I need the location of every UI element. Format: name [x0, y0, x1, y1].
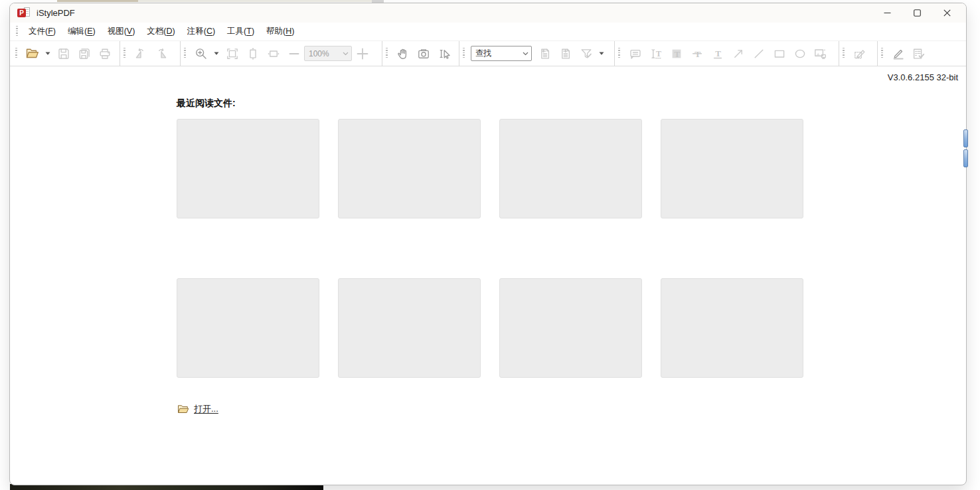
desktop-artifact: [57, 0, 138, 2]
toolbar-grip[interactable]: [386, 48, 388, 59]
fit-page-icon: [226, 47, 239, 60]
toolbar-group-search: [459, 41, 614, 66]
toolbar-group-file: [13, 41, 120, 66]
recent-file-slot: [499, 119, 642, 218]
previous-result-button[interactable]: [535, 44, 554, 63]
rectangle-icon: [773, 47, 786, 60]
open-dropdown-button[interactable]: [43, 44, 52, 63]
funnel-check-icon: [580, 47, 593, 60]
text-select-cursor-icon: [438, 47, 451, 60]
rotate-left-button[interactable]: [131, 44, 150, 63]
insert-text-button[interactable]: T: [646, 44, 665, 63]
note-comment-button[interactable]: [625, 44, 645, 63]
version-label: V3.0.6.2155 32-bit: [888, 72, 958, 82]
close-button[interactable]: [932, 3, 962, 23]
signature-button[interactable]: [850, 44, 869, 63]
toolbar-grip[interactable]: [15, 48, 17, 59]
underline-text-button[interactable]: T: [708, 44, 727, 63]
maximize-icon: [914, 9, 921, 17]
fit-width-button[interactable]: [264, 44, 283, 63]
speech-bubble-icon: [629, 47, 642, 60]
page-arrow-right-icon: [559, 47, 572, 60]
zoom-tool-button[interactable]: [191, 44, 210, 63]
stamp-image-button[interactable]: [811, 44, 830, 63]
filter-dropdown-button[interactable]: [597, 44, 606, 63]
checklist-icon: [912, 47, 926, 60]
line-annotation-button[interactable]: [749, 44, 768, 63]
fit-height-icon: [246, 47, 260, 60]
toolbar-grip[interactable]: [618, 48, 620, 59]
menu-annotate[interactable]: 注释(C): [181, 24, 221, 39]
ellipse-annotation-button[interactable]: [790, 44, 809, 63]
menu-document[interactable]: 文档(D): [141, 24, 181, 39]
fit-page-button[interactable]: [222, 44, 242, 63]
zoom-dropdown-button[interactable]: [212, 44, 221, 63]
underline-T-icon: T: [711, 47, 724, 60]
toolbar-grip[interactable]: [881, 48, 883, 59]
menu-view[interactable]: 视图(V): [102, 24, 141, 39]
pencil-icon: [892, 47, 905, 60]
svg-text:T: T: [656, 49, 661, 58]
caret-down-icon: [599, 52, 604, 55]
caret-down-icon: [214, 52, 219, 55]
menu-file[interactable]: 文件(F): [23, 24, 62, 39]
svg-text:T: T: [674, 48, 680, 58]
close-icon: [943, 9, 951, 17]
edit-content-button[interactable]: [888, 44, 908, 63]
highlight-text-button[interactable]: T: [667, 44, 686, 63]
menu-tools[interactable]: 工具(T): [221, 24, 260, 39]
save-button[interactable]: [54, 44, 73, 63]
arrow-annotation-button[interactable]: [728, 44, 748, 63]
toolbar-grip[interactable]: [463, 48, 465, 59]
ellipse-icon: [793, 47, 807, 60]
rectangle-annotation-button[interactable]: [770, 44, 789, 63]
hand-tool-button[interactable]: [393, 44, 412, 63]
toolbar-group-nav: [382, 41, 459, 66]
next-result-button[interactable]: [556, 44, 575, 63]
menubar-grip[interactable]: [16, 26, 18, 37]
filter-search-button[interactable]: [576, 44, 596, 63]
diagonal-line-icon: [752, 47, 766, 60]
image-screen-icon: [813, 47, 827, 60]
strikethrough-text-button[interactable]: T: [687, 44, 706, 63]
toolbar-group-annotate: T T T T: [614, 41, 839, 66]
open-button[interactable]: [23, 44, 42, 63]
page-arrow-left-icon: [538, 47, 552, 60]
toolbar-grip[interactable]: [843, 48, 845, 59]
fit-width-icon: [267, 47, 280, 60]
menu-help[interactable]: 帮助(H): [260, 24, 300, 39]
print-button[interactable]: [95, 44, 114, 63]
select-tool-button[interactable]: [434, 44, 453, 63]
app-window: P iStylePDF 文件(F) 编辑(E) 视图(V) 文档(D) 注释(C…: [9, 3, 967, 485]
toolbar-group-rotate: [120, 41, 180, 66]
toolbar-group-signature: [839, 41, 877, 66]
camera-icon: [417, 47, 430, 60]
open-file-link[interactable]: 打开...: [177, 403, 218, 415]
highlight-T-icon: T: [670, 47, 683, 60]
menu-edit[interactable]: 编辑(E): [62, 24, 102, 39]
maximize-button[interactable]: [902, 3, 932, 23]
zoom-in-button[interactable]: [353, 44, 372, 63]
save-icon: [57, 47, 70, 60]
form-button[interactable]: [909, 44, 928, 63]
toolbar: T T T T: [10, 41, 966, 66]
recent-file-slot: [177, 278, 319, 378]
zoom-level-input[interactable]: [304, 46, 352, 61]
minimize-button[interactable]: [872, 3, 902, 23]
fit-height-button[interactable]: [243, 44, 262, 63]
search-input[interactable]: [471, 46, 532, 61]
strikethrough-T-icon: T: [691, 47, 704, 60]
recent-file-slot: [338, 278, 481, 378]
recent-file-slot: [661, 119, 803, 218]
folder-open-icon: [177, 404, 189, 414]
zoom-out-button[interactable]: [284, 44, 303, 63]
menubar: 文件(F) 编辑(E) 视图(V) 文档(D) 注释(C) 工具(T) 帮助(H…: [10, 23, 966, 41]
save-as-button[interactable]: [74, 44, 94, 63]
minus-icon: [288, 48, 300, 60]
toolbar-grip[interactable]: [123, 48, 125, 59]
snapshot-button[interactable]: [414, 44, 433, 63]
svg-text:T: T: [715, 48, 721, 58]
toolbar-grip[interactable]: [184, 48, 186, 59]
rotate-right-button[interactable]: [151, 44, 171, 63]
zoom-level-combobox: [304, 46, 352, 61]
